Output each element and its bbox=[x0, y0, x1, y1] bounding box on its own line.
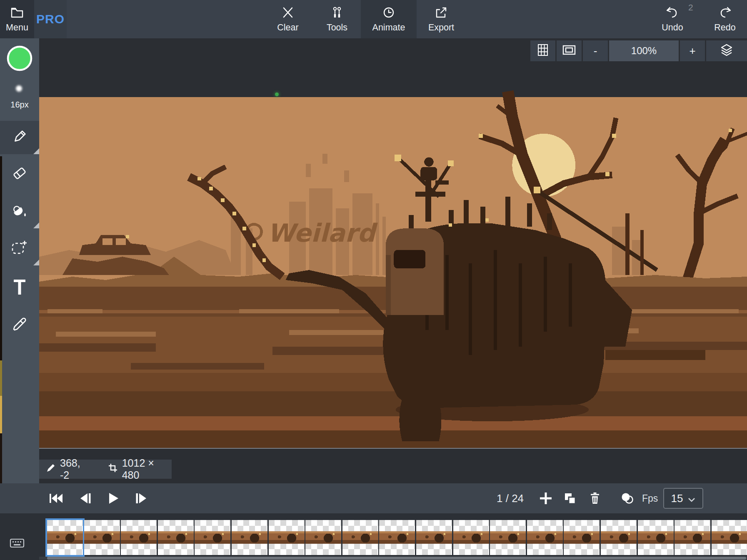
pencil-tool[interactable] bbox=[0, 121, 39, 154]
export-label: Export bbox=[428, 23, 454, 32]
previous-frame-button[interactable] bbox=[76, 483, 95, 513]
next-frame-button[interactable] bbox=[132, 483, 151, 513]
canvas-overflow-sliver bbox=[0, 360, 2, 396]
fps-dropdown[interactable]: 15 bbox=[663, 488, 703, 509]
canvas-bottom-edge bbox=[39, 448, 747, 449]
canvas-dimensions: 1012 × 480 bbox=[122, 457, 172, 481]
undo-label: Undo bbox=[662, 23, 683, 32]
tool-options-corner bbox=[33, 260, 39, 265]
drawing-canvas[interactable]: Weilard bbox=[39, 97, 747, 448]
frame-thumbnail[interactable] bbox=[564, 520, 600, 555]
plus-icon bbox=[539, 492, 552, 505]
frame-thumbnail[interactable] bbox=[490, 520, 526, 555]
current-color-circle bbox=[8, 47, 31, 70]
frame-thumbnail-art bbox=[453, 531, 489, 544]
pencil-icon bbox=[11, 128, 28, 147]
frame-thumbnail[interactable] bbox=[305, 520, 341, 555]
eraser-icon bbox=[11, 165, 28, 183]
brush-size-label: 16px bbox=[0, 100, 39, 110]
eraser-tool[interactable] bbox=[0, 158, 39, 191]
frame-thumbnail[interactable] bbox=[675, 520, 710, 555]
fps-label: Fps bbox=[642, 483, 658, 513]
frame-thumbnail[interactable] bbox=[269, 520, 305, 555]
crop-size-icon bbox=[108, 463, 118, 475]
frame-thumbnail-art bbox=[158, 531, 194, 544]
zoom-out-button[interactable]: - bbox=[583, 40, 608, 61]
frame-thumbnail-art bbox=[527, 531, 563, 544]
menu-button[interactable]: Menu bbox=[0, 0, 34, 38]
frame-thumbnail[interactable] bbox=[453, 520, 489, 555]
duplicate-frame-button[interactable] bbox=[558, 483, 582, 513]
animate-button-active[interactable]: Animate bbox=[361, 0, 417, 38]
frame-thumbnail[interactable] bbox=[158, 520, 194, 555]
onion-skin-toggle[interactable] bbox=[616, 483, 639, 513]
play-icon bbox=[108, 492, 119, 504]
frame-thumbnail[interactable] bbox=[712, 520, 747, 555]
frame-thumbnail-art bbox=[121, 531, 157, 544]
canvas-overflow-sliver bbox=[0, 156, 2, 360]
zoom-level-value: 100% bbox=[631, 45, 657, 57]
undo-button[interactable]: Undo bbox=[653, 0, 692, 38]
tools-button[interactable]: Tools bbox=[313, 0, 361, 38]
frames-strip bbox=[0, 513, 747, 560]
eyedropper-tool[interactable] bbox=[0, 308, 39, 341]
tool-options-corner bbox=[33, 148, 39, 154]
frame-thumbnail[interactable] bbox=[232, 520, 267, 555]
minus-label: - bbox=[594, 45, 597, 56]
color-swatch[interactable] bbox=[5, 44, 34, 75]
frame-thumbnail-art bbox=[195, 531, 230, 544]
frame-thumbnail[interactable] bbox=[416, 520, 452, 555]
frame-thumbnail[interactable] bbox=[379, 520, 415, 555]
plus-label: + bbox=[689, 45, 695, 56]
frame-thumbnail[interactable] bbox=[601, 520, 637, 555]
zoom-in-button[interactable]: + bbox=[680, 40, 705, 61]
selection-tool[interactable] bbox=[0, 232, 39, 265]
frame-thumbnail[interactable] bbox=[84, 520, 120, 555]
clear-button[interactable]: Clear bbox=[262, 0, 313, 38]
svg-text:Weilard: Weilard bbox=[267, 218, 378, 248]
redo-icon bbox=[717, 6, 732, 20]
chevron-down-icon bbox=[688, 492, 695, 505]
folder-icon bbox=[10, 6, 24, 20]
select-area-icon bbox=[11, 240, 28, 258]
layers-button[interactable] bbox=[706, 40, 747, 61]
animate-label: Animate bbox=[372, 23, 405, 32]
redo-button[interactable]: Redo bbox=[706, 0, 744, 38]
frame-thumbnail[interactable] bbox=[195, 520, 230, 555]
frame-thumbnail[interactable] bbox=[121, 520, 157, 555]
frame-thumbnail-art bbox=[269, 531, 305, 544]
play-button[interactable] bbox=[104, 483, 123, 513]
fill-bucket-tool[interactable] bbox=[0, 195, 39, 228]
pixel-art-editor: Menu PRO Clear Tools bbox=[0, 0, 747, 560]
frame-thumbnail-art bbox=[305, 531, 341, 544]
text-tool[interactable] bbox=[0, 271, 39, 304]
clock-icon bbox=[382, 6, 395, 20]
frame-thumbnail-art bbox=[490, 531, 526, 544]
add-frame-button[interactable] bbox=[534, 483, 557, 513]
zoom-level-display[interactable]: 100% bbox=[609, 40, 679, 61]
brush-cursor-preview bbox=[275, 92, 279, 96]
frame-thumbnail[interactable] bbox=[47, 520, 83, 555]
delete-frame-button[interactable] bbox=[583, 483, 607, 513]
preview-toggle-button[interactable] bbox=[557, 40, 582, 61]
grid-toggle-button[interactable] bbox=[530, 40, 555, 61]
export-button[interactable]: Export bbox=[417, 0, 466, 38]
frame-thumbnail-art bbox=[416, 531, 452, 544]
frame-indicator: 1 / 24 bbox=[497, 483, 524, 513]
keyboard-toggle-icon[interactable] bbox=[9, 538, 25, 551]
skip-start-icon bbox=[49, 493, 64, 503]
duplicate-icon bbox=[563, 492, 577, 505]
frame-thumbnail-art bbox=[379, 531, 415, 544]
clear-label: Clear bbox=[277, 23, 298, 32]
frame-thumbnail-art bbox=[675, 531, 710, 544]
frame-thumbnail[interactable] bbox=[342, 520, 378, 555]
frame-thumbnail-art bbox=[601, 531, 637, 544]
grid-icon bbox=[537, 44, 548, 58]
go-to-first-frame-button[interactable] bbox=[47, 483, 66, 513]
frame-thumbnail[interactable] bbox=[527, 520, 563, 555]
pro-badge[interactable]: PRO bbox=[34, 0, 67, 38]
frames-scrollbar[interactable] bbox=[47, 557, 746, 560]
frame-thumbnail[interactable] bbox=[638, 520, 674, 555]
canvas-overflow-sliver bbox=[0, 396, 2, 433]
canvas-status-bar: 368, -2 1012 × 480 bbox=[39, 460, 172, 479]
